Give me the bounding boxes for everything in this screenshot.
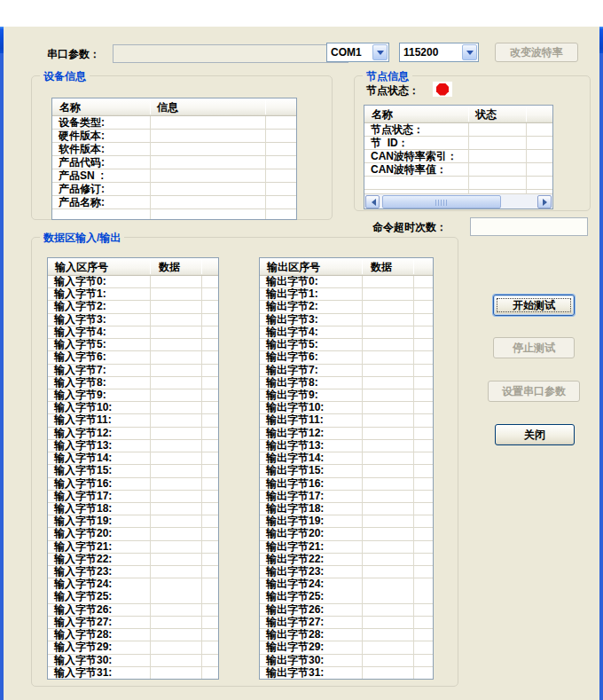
table-row[interactable]: 输出字节24:	[260, 578, 433, 591]
table-row[interactable]: 产品修订:	[52, 183, 296, 196]
table-row[interactable]: 输入字节9:	[48, 389, 218, 402]
column-header-info[interactable]: 信息	[157, 100, 178, 114]
table-row[interactable]: 输出字节26:	[260, 604, 433, 617]
table-row[interactable]: 输入字节16:	[48, 478, 218, 491]
table-row[interactable]: 输入字节11:	[48, 414, 218, 427]
table-row[interactable]: 输入字节31:	[48, 667, 218, 680]
table-row[interactable]: 输出字节6:	[260, 351, 433, 364]
table-row[interactable]: 产品名称:	[52, 196, 296, 209]
device-info-table: 名称 信息 设备类型:硬件版本:软件版本:产品代码:产品SN :产品修订:产品名…	[51, 98, 297, 220]
table-row[interactable]: 输入字节20:	[48, 528, 218, 540]
table-row[interactable]: 输入字节2:	[48, 301, 218, 313]
table-row[interactable]: 输入字节30:	[48, 655, 218, 667]
table-row[interactable]: 输入字节23:	[48, 566, 218, 578]
table-row[interactable]: 节点状态：	[364, 123, 552, 137]
scrollbar-thumb[interactable]	[382, 195, 501, 208]
table-row[interactable]: 输入字节12:	[48, 428, 218, 440]
table-row[interactable]: 输出字节17:	[260, 491, 433, 503]
column-separator	[468, 107, 469, 122]
table-row[interactable]: 输出字节4:	[260, 326, 433, 339]
table-row[interactable]: 输出字节11:	[260, 414, 433, 427]
table-row[interactable]: 输入字节4:	[48, 326, 218, 339]
table-row[interactable]: 输出字节9:	[260, 389, 433, 402]
table-row[interactable]: 输入字节0:	[48, 276, 218, 288]
table-row[interactable]: 输入字节22:	[48, 554, 218, 566]
table-row[interactable]: 设备类型:	[52, 116, 296, 130]
table-row[interactable]: 输入字节14:	[48, 452, 218, 465]
table-row[interactable]: 输入字节1:	[48, 288, 218, 301]
table-row[interactable]: 输出字节25:	[260, 591, 433, 603]
chevron-down-icon[interactable]	[462, 44, 477, 60]
table-row[interactable]: 软件版本:	[52, 143, 296, 156]
table-row[interactable]: 输出字节2:	[260, 301, 433, 313]
column-header-input-index[interactable]: 输入区序号	[55, 260, 108, 274]
table-row[interactable]: 输出字节20:	[260, 528, 433, 540]
table-row[interactable]: 输入字节27:	[48, 617, 218, 629]
table-row[interactable]: 输出字节22:	[260, 554, 433, 566]
table-row[interactable]: 输入字节13:	[48, 440, 218, 452]
table-row[interactable]: 输出字节7:	[260, 365, 433, 377]
table-row[interactable]: 输出字节21:	[260, 541, 433, 554]
table-row[interactable]: 输出字节29:	[260, 641, 433, 654]
start-test-button[interactable]: 开始测试	[493, 295, 575, 316]
column-header-status[interactable]: 状态	[475, 107, 497, 122]
table-row[interactable]: 输出字节10:	[260, 402, 433, 414]
table-row[interactable]: 输出字节5:	[260, 339, 433, 351]
table-row[interactable]: 输入字节8:	[48, 377, 218, 389]
table-row[interactable]: 输入字节15:	[48, 465, 218, 477]
table-row[interactable]: 输入字节18:	[48, 503, 218, 515]
table-row[interactable]: CAN波特率索引：	[364, 150, 552, 163]
table-row[interactable]: 输出字节30:	[260, 655, 433, 667]
device-info-table-header[interactable]: 名称 信息	[52, 98, 296, 116]
scroll-right-button[interactable]	[537, 195, 552, 208]
table-row[interactable]: CAN波特率值：	[364, 163, 552, 177]
table-row[interactable]: 输入字节7:	[48, 365, 218, 377]
com-port-select[interactable]: COM1	[326, 43, 389, 62]
output-table-header[interactable]: 输出区序号 数据	[260, 258, 433, 276]
baud-rate-select[interactable]: 115200	[399, 43, 479, 62]
table-row[interactable]: 产品SN :	[52, 169, 296, 183]
table-row[interactable]: 输入字节6:	[48, 351, 218, 364]
table-row[interactable]: 输入字节26:	[48, 604, 218, 617]
column-header-data[interactable]: 数据	[159, 260, 180, 274]
table-row[interactable]: 输出字节27:	[260, 617, 433, 629]
column-header-name[interactable]: 名称	[59, 100, 81, 114]
table-row[interactable]: 输出字节8:	[260, 377, 433, 389]
table-row[interactable]: 输出字节14:	[260, 452, 433, 465]
table-row[interactable]: 输出字节23:	[260, 566, 433, 578]
table-row[interactable]: 节 ID：	[364, 137, 552, 150]
column-header-output-index[interactable]: 输出区序号	[267, 260, 320, 274]
table-row[interactable]: 输入字节19:	[48, 515, 218, 528]
table-row[interactable]: 输出字节18:	[260, 503, 433, 515]
table-row[interactable]: 输入字节17:	[48, 491, 218, 503]
table-row[interactable]: 硬件版本:	[52, 130, 296, 143]
table-row[interactable]: 输入字节28:	[48, 629, 218, 641]
table-row[interactable]: 输出字节1:	[260, 288, 433, 301]
table-row[interactable]: 输出字节12:	[260, 428, 433, 440]
table-row[interactable]: 输入字节29:	[48, 641, 218, 654]
node-info-table-header[interactable]: 名称 状态	[364, 106, 552, 123]
close-button[interactable]: 关闭	[495, 424, 575, 445]
scroll-left-button[interactable]	[365, 195, 380, 208]
table-row[interactable]: 产品代码:	[52, 156, 296, 169]
table-row[interactable]: 输出字节13:	[260, 440, 433, 452]
table-row[interactable]: 输出字节15:	[260, 465, 433, 477]
table-row[interactable]: 输出字节0:	[260, 276, 433, 288]
table-row[interactable]: 输出字节19:	[260, 515, 433, 528]
input-table-header[interactable]: 输入区序号 数据	[48, 258, 218, 276]
command-timeout-input[interactable]	[470, 217, 588, 236]
column-header-name[interactable]: 名称	[372, 107, 393, 122]
table-row[interactable]: 输入字节5:	[48, 339, 218, 351]
column-header-data[interactable]: 数据	[371, 260, 392, 274]
table-row[interactable]: 输出字节31:	[260, 667, 433, 680]
table-row[interactable]: 输出字节28:	[260, 629, 433, 641]
horizontal-scrollbar[interactable]	[364, 193, 552, 208]
table-row[interactable]: 输入字节10:	[48, 402, 218, 414]
table-row[interactable]: 输出字节16:	[260, 478, 433, 491]
table-row[interactable]: 输出字节3:	[260, 314, 433, 326]
table-row[interactable]: 输入字节24:	[48, 578, 218, 591]
table-row[interactable]: 输入字节25:	[48, 591, 218, 603]
table-row[interactable]: 输入字节21:	[48, 541, 218, 554]
chevron-down-icon[interactable]	[372, 44, 388, 60]
table-row[interactable]: 输入字节3:	[48, 314, 218, 326]
